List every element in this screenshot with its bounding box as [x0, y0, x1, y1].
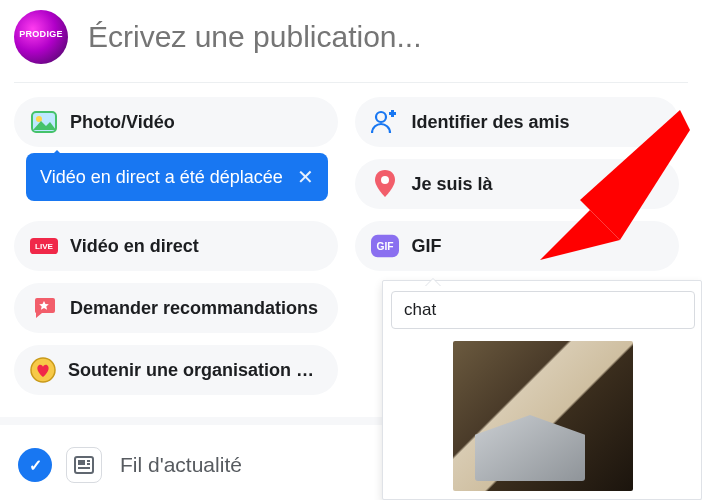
screenshot-canvas: Photo/Vidéo LIVE Vidéo en direct Demande…: [0, 0, 702, 500]
donate-heart-icon: [30, 356, 56, 384]
composer-input[interactable]: [86, 19, 688, 55]
chip-label: GIF: [411, 236, 441, 257]
tooltip-text: Vidéo en direct a été déplacée: [40, 167, 283, 188]
gif-search-input[interactable]: [391, 291, 695, 329]
chip-label: Soutenir une organisation à b…: [68, 360, 321, 381]
chip-label: Photo/Vidéo: [70, 112, 175, 133]
photo-icon: [30, 108, 58, 136]
chip-ask-recommendations[interactable]: Demander recommandations: [14, 283, 338, 333]
location-pin-icon: [371, 170, 399, 198]
gif-icon: GIF: [371, 232, 399, 260]
chip-live-video[interactable]: LIVE Vidéo en direct: [14, 221, 338, 271]
chip-label: Je suis là: [411, 174, 492, 195]
live-icon: LIVE: [30, 232, 58, 260]
chip-label: Demander recommandations: [70, 298, 318, 319]
svg-text:LIVE: LIVE: [35, 242, 54, 251]
chip-photo-video[interactable]: Photo/Vidéo: [14, 97, 338, 147]
chip-tag-friends[interactable]: Identifier des amis: [355, 97, 679, 147]
newsfeed-icon: [66, 447, 102, 483]
tooltip-live-moved: Vidéo en direct a été déplacée ✕: [26, 153, 328, 201]
destination-label: Fil d'actualité: [120, 453, 242, 477]
gif-result-thumbnail[interactable]: [453, 341, 633, 491]
chip-gif[interactable]: GIF GIF: [355, 221, 679, 271]
svg-point-6: [381, 176, 389, 184]
avatar[interactable]: [14, 10, 68, 64]
close-icon[interactable]: ✕: [297, 165, 314, 189]
chip-label: Identifier des amis: [411, 112, 569, 133]
check-icon: ✓: [18, 448, 52, 482]
recommendation-icon: [30, 294, 58, 322]
svg-text:GIF: GIF: [377, 241, 394, 252]
chip-support-org[interactable]: Soutenir une organisation à b…: [14, 345, 338, 395]
svg-point-5: [376, 112, 386, 122]
gif-picker-popover: [382, 280, 702, 500]
chip-location[interactable]: Je suis là: [355, 159, 679, 209]
tag-friends-icon: [371, 108, 399, 136]
chip-label: Vidéo en direct: [70, 236, 199, 257]
composer-row: [0, 0, 702, 82]
svg-rect-10: [78, 460, 85, 465]
